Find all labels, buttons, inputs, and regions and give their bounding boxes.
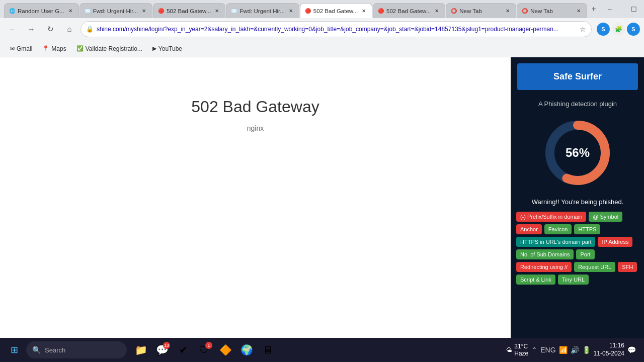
taskbar-tray: 🌤 31°C Haze ⌃ ENG 📶 🔊 🔋 11:16 11-05-2024… <box>502 342 640 357</box>
browser-tab-6[interactable]: 🔴 502 Bad Gatew... ✕ <box>373 3 445 18</box>
phishing-chart: 56% <box>517 118 638 188</box>
forward-button[interactable]: → <box>23 21 39 37</box>
date-display: 11-05-2024 <box>594 350 624 358</box>
edge-icon: 🌍 <box>240 344 253 356</box>
another-app-icon: 🖥 <box>263 344 273 356</box>
tag-anchor[interactable]: Anchor <box>516 224 542 234</box>
tag-no--of-sub-domains[interactable]: No. of Sub Domains <box>516 249 574 259</box>
tab-close-button[interactable]: ✕ <box>504 7 512 15</box>
safe-surfer-extension-icon[interactable]: S <box>597 23 610 36</box>
tab-close-button[interactable]: ✕ <box>140 7 148 15</box>
tag-https-in-url-s-domain-part[interactable]: HTTPS in URL's domain part <box>516 237 595 247</box>
weather-icon: 🌤 <box>506 346 512 353</box>
tab-close-button[interactable]: ✕ <box>575 7 583 15</box>
weather-widget[interactable]: 🌤 31°C Haze <box>506 343 528 357</box>
tag-https[interactable]: HTTPS <box>574 224 600 234</box>
tray-sound-icon[interactable]: 🔊 <box>571 346 579 354</box>
tray-battery-icon[interactable]: 🔋 <box>582 346 591 354</box>
browser-tab-5[interactable]: 🔴 502 Bad Gatew... ✕ <box>300 3 372 18</box>
browser-tab-1[interactable]: 🌐 Random User G... ✕ <box>4 3 79 18</box>
bookmark-gmail[interactable]: ✉ Gmail <box>6 43 36 54</box>
tab-close-button[interactable]: ✕ <box>213 7 221 15</box>
tag-favicon[interactable]: Favicon <box>544 224 572 234</box>
bookmark-favicon: ▶ <box>152 45 156 52</box>
minimize-button[interactable]: ‒ <box>598 0 621 18</box>
refresh-button[interactable]: ↻ <box>42 21 58 37</box>
notification-icon[interactable]: 💬 <box>627 346 636 354</box>
taskbar-apps: 📁💬13✔🛡1🔶🌍🖥 <box>131 340 278 360</box>
popup-title: Safe Surfer <box>525 71 630 82</box>
browser-tab-3[interactable]: 🔴 502 Bad Gatew... ✕ <box>153 3 225 18</box>
windows-logo-icon: ⊞ <box>11 344 18 355</box>
tag-request-url[interactable]: Request URL <box>574 262 615 272</box>
address-bar[interactable] <box>97 26 577 33</box>
browser-tab-4[interactable]: ✉️ Fwd: Urgent Hir... ✕ <box>226 3 299 18</box>
tag-redirecting-using---[interactable]: Redirecting using // <box>516 262 572 272</box>
tab-close-button[interactable]: ✕ <box>433 7 441 15</box>
tray-network-icon[interactable]: 📶 <box>559 346 568 354</box>
tag-port[interactable]: Port <box>576 249 594 259</box>
back-button[interactable]: ← <box>4 21 20 37</box>
taskbar: ⊞ 🔍 Search 📁💬13✔🛡1🔶🌍🖥 🌤 31°C Haze ⌃ ENG … <box>0 338 644 362</box>
tab-close-button[interactable]: ✕ <box>287 7 295 15</box>
maximize-button[interactable]: ☐ <box>622 0 644 18</box>
tag-script---link[interactable]: Script & Link <box>516 275 555 285</box>
tag-tiny-url[interactable]: Tiny URL <box>558 275 589 285</box>
taskbar-search-icon: 🔍 <box>32 346 41 354</box>
tag-ip-address[interactable]: IP Address <box>598 237 632 247</box>
bookmark-favicon: ✅ <box>76 45 84 52</box>
tab-favicon: ✉️ <box>84 8 91 15</box>
browser-tab-8[interactable]: ⭕ New Tab ✕ <box>517 3 587 18</box>
home-button[interactable]: ⌂ <box>61 21 77 37</box>
bookmark-youtube[interactable]: ▶ YouTube <box>148 43 186 54</box>
taskbar-search-box[interactable]: 🔍 Search <box>26 341 127 358</box>
extensions-icon[interactable]: 🧩 <box>612 23 625 36</box>
tab-label: 502 Bad Gatew... <box>386 8 431 14</box>
tab-favicon: 🔴 <box>377 8 384 15</box>
tab-close-button[interactable]: ✕ <box>360 7 368 15</box>
antivirus-badge: 1 <box>205 342 212 349</box>
weather-temp: 31°C <box>514 343 528 350</box>
tab-strip: 🌐 Random User G... ✕ ✉️ Fwd: Urgent Hir.… <box>4 0 587 18</box>
tray-clock[interactable]: 11:16 11-05-2024 <box>594 342 624 357</box>
browser-tab-2[interactable]: ✉️ Fwd: Urgent Hir... ✕ <box>79 3 152 18</box>
tab-favicon: ⭕ <box>450 8 457 15</box>
browser-tab-7[interactable]: ⭕ New Tab ✕ <box>446 3 516 18</box>
taskbar-app-tick[interactable]: ✔ <box>173 340 193 360</box>
nav-bar: ← → ↻ ⌂ 🔒 ☆ S 🧩 S <box>0 18 644 40</box>
warning-text: Warning!! You're being phished. <box>517 198 638 206</box>
tab-label: New Tab <box>530 8 573 14</box>
percentage-label: 56% <box>566 146 590 160</box>
bookmark-favicon: ✉ <box>10 45 15 52</box>
tab-label: Fwd: Urgent Hir... <box>239 8 284 14</box>
start-button[interactable]: ⊞ <box>4 340 24 360</box>
window-controls: ‒ ☐ ✕ <box>598 0 644 18</box>
tray-chevron-icon[interactable]: ⌃ <box>531 346 537 354</box>
bookmark-label: Gmail <box>17 45 32 52</box>
user-profile-icon[interactable]: S <box>627 23 640 36</box>
taskbar-app-vs-code[interactable]: 🔶 <box>215 340 235 360</box>
tag-----prefix-suffix-in-domain[interactable]: (-) Prefix/Suffix in domain <box>516 212 586 222</box>
taskbar-app-edge[interactable]: 🌍 <box>236 340 257 360</box>
tag-sfh[interactable]: SFH <box>618 262 637 272</box>
new-tab-button[interactable]: + <box>591 2 596 16</box>
lock-icon: 🔒 <box>86 26 94 33</box>
bookmark-maps[interactable]: 📍 Maps <box>38 43 70 54</box>
bookmark-favicon: 📍 <box>42 45 49 52</box>
bookmark-validate-registratio---[interactable]: ✅ Validate Registratio... <box>72 43 146 54</box>
tab-label: Fwd: Urgent Hir... <box>93 8 138 14</box>
tick-icon: ✔ <box>179 344 188 356</box>
weather-label: Haze <box>514 350 528 357</box>
taskbar-app-another-app[interactable]: 🖥 <box>258 340 278 360</box>
tag---symbol[interactable]: @ Symbol <box>589 212 622 222</box>
bookmark-star-icon[interactable]: ☆ <box>580 25 586 33</box>
taskbar-app-antivirus[interactable]: 🛡1 <box>194 340 214 360</box>
tab-label: 502 Bad Gatew... <box>167 8 211 14</box>
tab-favicon: ✉️ <box>230 8 237 15</box>
tab-label: Random User G... <box>18 8 64 14</box>
taskbar-app-teams[interactable]: 💬13 <box>152 340 172 360</box>
tab-close-button[interactable]: ✕ <box>66 7 74 15</box>
taskbar-app-file-explorer[interactable]: 📁 <box>131 340 151 360</box>
bookmarks-bar: ✉ Gmail 📍 Maps ✅ Validate Registratio...… <box>0 40 644 57</box>
page-title: 502 Bad Gateway <box>191 98 319 116</box>
